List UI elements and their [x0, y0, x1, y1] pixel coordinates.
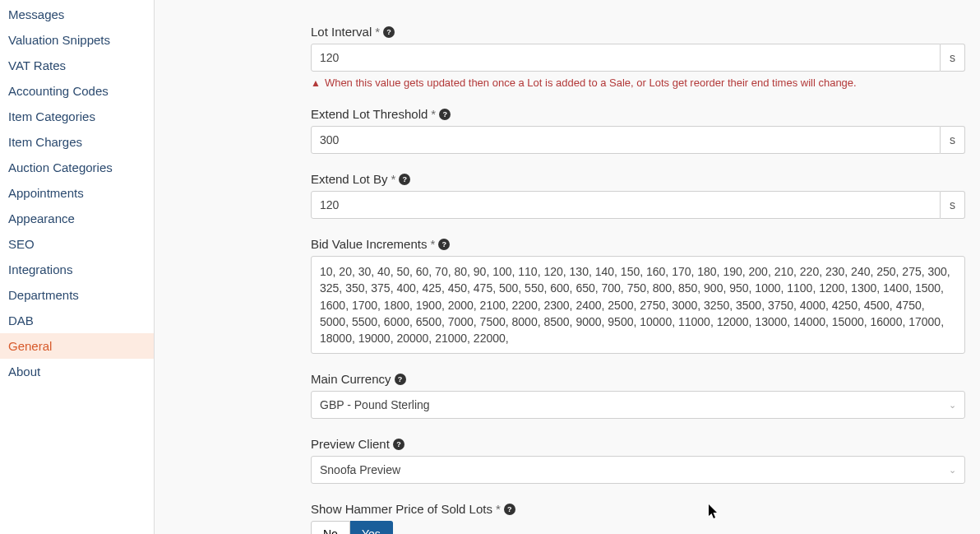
- input-extend-lot-by[interactable]: [311, 191, 941, 219]
- sidebar-item-item-charges[interactable]: Item Charges: [0, 129, 154, 155]
- label-text: Bid Value Increments: [311, 237, 427, 251]
- sidebar-item-messages[interactable]: Messages: [0, 2, 154, 27]
- unit-seconds: s: [941, 44, 965, 72]
- help-icon[interactable]: ?: [395, 374, 406, 385]
- required-marker: *: [391, 172, 395, 186]
- label-text: Lot Interval: [311, 25, 372, 39]
- field-extend-lot-threshold: Extend Lot Threshold * ? s: [311, 107, 965, 154]
- sidebar-item-dab[interactable]: DAB: [0, 308, 154, 333]
- label-text: Preview Client: [311, 437, 390, 451]
- label-text: Show Hammer Price of Sold Lots: [311, 502, 492, 516]
- sidebar-item-integrations[interactable]: Integrations: [0, 257, 154, 282]
- required-marker: *: [375, 25, 380, 39]
- help-icon[interactable]: ?: [399, 174, 410, 185]
- sidebar-item-valuation-snippets[interactable]: Valuation Snippets: [0, 27, 154, 53]
- warning-text: When this value gets updated then once a…: [325, 77, 857, 89]
- label-main-currency: Main Currency ?: [311, 372, 965, 386]
- help-icon[interactable]: ?: [438, 239, 450, 250]
- sidebar: Messages Valuation Snippets VAT Rates Ac…: [0, 0, 155, 534]
- unit-seconds: s: [941, 126, 965, 154]
- toggle-yes[interactable]: Yes: [350, 521, 393, 534]
- sidebar-item-appointments[interactable]: Appointments: [0, 180, 154, 206]
- help-icon[interactable]: ?: [393, 439, 404, 450]
- sidebar-item-seo[interactable]: SEO: [0, 231, 154, 257]
- label-text: Extend Lot By: [311, 172, 387, 186]
- label-bid-value-increments: Bid Value Increments * ?: [311, 237, 965, 251]
- sidebar-item-general[interactable]: General: [0, 333, 154, 359]
- input-extend-lot-threshold[interactable]: [311, 126, 941, 154]
- label-extend-lot-threshold: Extend Lot Threshold * ?: [311, 107, 965, 121]
- main-content: Lot Interval * ? s ▲ When this value get…: [155, 0, 980, 534]
- label-extend-lot-by: Extend Lot By * ?: [311, 172, 965, 186]
- sidebar-item-vat-rates[interactable]: VAT Rates: [0, 53, 154, 78]
- select-value: GBP - Pound Sterling: [320, 398, 430, 411]
- input-lot-interval[interactable]: [311, 44, 941, 72]
- label-text: Extend Lot Threshold: [311, 107, 428, 121]
- sidebar-item-about[interactable]: About: [0, 359, 154, 384]
- input-bid-value-increments[interactable]: 10, 20, 30, 40, 50, 60, 70, 80, 90, 100,…: [311, 256, 965, 354]
- chevron-down-icon: ⌄: [949, 465, 956, 476]
- help-icon[interactable]: ?: [504, 504, 515, 515]
- field-main-currency: Main Currency ? GBP - Pound Sterling ⌄: [311, 372, 965, 419]
- required-marker: *: [430, 237, 435, 251]
- required-marker: *: [496, 502, 501, 516]
- label-show-hammer-price: Show Hammer Price of Sold Lots * ?: [311, 502, 965, 516]
- sidebar-item-departments[interactable]: Departments: [0, 282, 154, 308]
- field-extend-lot-by: Extend Lot By * ? s: [311, 172, 965, 219]
- label-preview-client: Preview Client ?: [311, 437, 965, 451]
- sidebar-item-item-categories[interactable]: Item Categories: [0, 104, 154, 129]
- warning-lot-interval: ▲ When this value gets updated then once…: [311, 77, 965, 89]
- field-show-hammer-price: Show Hammer Price of Sold Lots * ? No Ye…: [311, 502, 965, 534]
- unit-seconds: s: [941, 191, 965, 219]
- toggle-show-hammer-price: No Yes: [311, 521, 965, 534]
- label-lot-interval: Lot Interval * ?: [311, 25, 965, 39]
- sidebar-item-auction-categories[interactable]: Auction Categories: [0, 155, 154, 180]
- select-preview-client[interactable]: Snoofa Preview ⌄: [311, 456, 965, 484]
- field-preview-client: Preview Client ? Snoofa Preview ⌄: [311, 437, 965, 484]
- warning-icon: ▲: [311, 77, 321, 89]
- chevron-down-icon: ⌄: [949, 400, 956, 411]
- help-icon[interactable]: ?: [383, 26, 395, 38]
- field-lot-interval: Lot Interval * ? s ▲ When this value get…: [311, 25, 965, 89]
- field-bid-value-increments: Bid Value Increments * ? 10, 20, 30, 40,…: [311, 237, 965, 354]
- required-marker: *: [431, 107, 436, 121]
- label-text: Main Currency: [311, 372, 391, 386]
- help-icon[interactable]: ?: [439, 109, 451, 120]
- toggle-no[interactable]: No: [311, 521, 350, 534]
- select-main-currency[interactable]: GBP - Pound Sterling ⌄: [311, 391, 965, 419]
- sidebar-item-accounting-codes[interactable]: Accounting Codes: [0, 78, 154, 104]
- select-value: Snoofa Preview: [320, 463, 400, 476]
- sidebar-item-appearance[interactable]: Appearance: [0, 206, 154, 231]
